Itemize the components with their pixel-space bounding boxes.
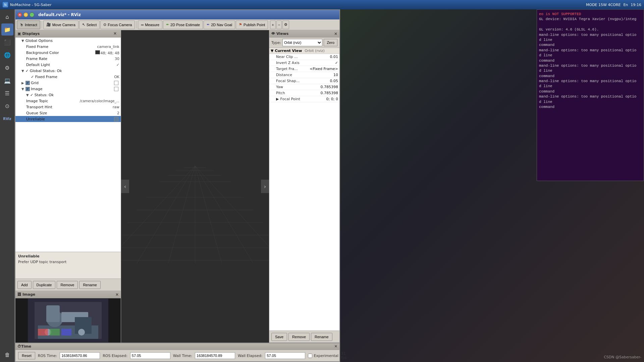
description-text: Prefer UDP topic transport	[18, 260, 118, 264]
nav-goal-button[interactable]: ✒ 2D Nav Goal	[204, 20, 235, 29]
views-remove-button[interactable]: Remove	[288, 333, 310, 341]
image-row[interactable]: ▼ ✓ Image	[15, 86, 121, 92]
svg-point-8	[78, 329, 85, 336]
rviz-toolbar: 🖱 Interact 🎥 Move Camera ↖ Select ⊙ Focu…	[15, 19, 339, 30]
sidebar-icon-bottom[interactable]: 🗑	[1, 349, 13, 361]
view-pitch[interactable]: Pitch 0.785398	[269, 90, 339, 96]
views-zero-button[interactable]: Zero	[324, 39, 337, 46]
views-type-select[interactable]: Orbit (rviz)	[282, 39, 322, 46]
move-camera-button[interactable]: 🎥 Move Camera	[43, 20, 78, 29]
terminal-line-7: command	[539, 43, 642, 48]
pose-estimate-button[interactable]: ✒ 2D Pose Estimate	[163, 20, 203, 29]
focus-camera-button[interactable]: ⊙ Focus Camera	[100, 20, 135, 29]
terminal-line-13: command	[539, 74, 642, 79]
viewport-nav-right[interactable]: ›	[261, 180, 269, 193]
image-panel-icon: 🖼	[17, 292, 21, 297]
reset-button[interactable]: Reset	[18, 352, 35, 359]
image-vis-checkbox[interactable]	[114, 87, 118, 91]
ros-time-input[interactable]	[60, 352, 100, 359]
sidebar-icon-browser[interactable]: 🌐	[1, 49, 13, 61]
global-options-row[interactable]: ▼ Global Options	[15, 38, 121, 44]
time-content: Reset ROS Time: ROS Elapsed: Wall Time: …	[15, 350, 339, 361]
image-panel-header: 🖼 Image ✕	[15, 291, 121, 298]
wall-time-input[interactable]	[195, 352, 235, 359]
close-button[interactable]: ×	[17, 12, 22, 17]
time-close-button[interactable]: ✕	[334, 344, 337, 349]
wall-elapsed-input[interactable]	[265, 352, 305, 359]
rviz-titlebar: × − □ default.rviz* - RViz	[15, 10, 339, 19]
view-focal-point[interactable]: ▶Focal Point 0; 0; 0	[269, 96, 339, 102]
displays-close-button[interactable]: ✕	[111, 30, 119, 38]
unreliable-row[interactable]: Unreliable	[15, 116, 121, 122]
toolbar-extra-2[interactable]: −	[276, 20, 282, 29]
minimize-button[interactable]: −	[23, 12, 28, 17]
gs-fixed-frame-row[interactable]: ✓ Fixed Frame OK	[15, 74, 121, 80]
rename-button[interactable]: Rename	[79, 281, 101, 289]
view-invert-z[interactable]: Invert Z Axis ✓	[269, 60, 339, 66]
terminal-line-3	[539, 22, 642, 27]
view-near-clip[interactable]: Near Clip ... 0.01	[269, 54, 339, 60]
sidebar-icon-rviz[interactable]: RViz	[1, 113, 13, 125]
view-distance[interactable]: Distance 10	[269, 72, 339, 78]
grid-checkbox[interactable]: ✓	[25, 81, 30, 85]
terminal-line-12: d line	[539, 68, 642, 73]
image-panel-close[interactable]: ✕	[115, 292, 119, 297]
viewport-nav-left[interactable]: ‹	[121, 180, 129, 193]
img-status-row[interactable]: ▼ ✓ Status: Ok	[15, 92, 121, 98]
interact-button[interactable]: 🖱 Interact	[17, 20, 40, 29]
transport-hint-row[interactable]: Transport Hint raw	[15, 104, 121, 110]
views-rename-button[interactable]: Rename	[311, 333, 332, 341]
queue-size-row[interactable]: Queue Size 2	[15, 110, 121, 116]
fixed-frame-row[interactable]: Fixed Frame camera_link	[15, 44, 121, 50]
global-status-row[interactable]: ▼ ✓ Global Status: Ok	[15, 68, 121, 74]
terminal-line-16: command	[539, 89, 642, 94]
experimental-label: Experimental	[314, 354, 338, 358]
terminal-window: eo is NOT SUPPORTED GL device: NVIDIA Te…	[537, 9, 644, 181]
experimental-checkbox[interactable]	[308, 354, 312, 358]
view-yaw[interactable]: Yaw 0.785398	[269, 84, 339, 90]
measure-button[interactable]: ═ Measure	[138, 20, 162, 29]
sidebar-icon-terminal[interactable]: ⬛	[1, 36, 13, 48]
3d-viewport[interactable]: ‹ ›	[121, 30, 269, 343]
image-checkbox[interactable]: ✓	[25, 87, 30, 91]
maximize-button[interactable]: □	[30, 12, 34, 17]
grid-row[interactable]: ▶ ✓ Grid	[15, 80, 121, 86]
move-camera-icon: 🎥	[46, 22, 51, 27]
views-panel: 👁 Views ✕ Type: Orbit (rviz) Zero ▼ Curr…	[269, 30, 339, 343]
select-button[interactable]: ↖ Select	[79, 20, 100, 29]
ros-elapsed-input[interactable]	[130, 352, 170, 359]
os-topbar-right: MODE 15W 4CORE En 19:16	[586, 3, 641, 7]
sidebar-icon-settings[interactable]: ⚙	[1, 62, 13, 74]
grid-vis-checkbox[interactable]	[114, 81, 118, 85]
remove-button[interactable]: Remove	[57, 281, 78, 289]
views-close-button[interactable]: ✕	[334, 32, 337, 36]
measure-icon: ═	[141, 23, 144, 27]
sidebar-icon-home[interactable]: ⌂	[1, 11, 13, 23]
publish-point-button[interactable]: ⚑ Publish Point	[236, 20, 268, 29]
views-save-button[interactable]: Save	[271, 333, 287, 341]
clock: 19:16	[631, 3, 641, 7]
toolbar-extra-3[interactable]: ⚙	[282, 20, 289, 29]
displays-title: Displays	[22, 32, 40, 36]
toolbar-separator-2	[136, 21, 137, 28]
frame-rate-row[interactable]: Frame Rate 30	[15, 56, 121, 62]
terminal-line-1: eo is NOT SUPPORTED	[539, 12, 642, 17]
add-button[interactable]: Add	[17, 281, 32, 289]
time-panel-header: ⏱ Time ✕	[15, 343, 339, 350]
rviz-main-content: ▣ Displays ✕ ▼ Global Options Fixed Fram…	[15, 30, 339, 343]
default-light-row[interactable]: Default Light ✓	[15, 62, 121, 68]
unreliable-checkbox[interactable]	[114, 117, 118, 121]
toolbar-extra-1[interactable]: +	[270, 20, 275, 29]
bg-color-row[interactable]: Background Color 48; 48; 48	[15, 50, 121, 56]
img-topic-row[interactable]: Image Topic /camera/color/image_...	[15, 98, 121, 104]
sidebar-icon-pc[interactable]: 💻	[1, 74, 13, 86]
view-focal-shape[interactable]: Focal Shap... 0.05	[269, 78, 339, 84]
duplicate-button[interactable]: Duplicate	[33, 281, 56, 289]
cpu-mode: MODE 15W 4CORE	[586, 3, 621, 7]
terminal-line-14: mand-line options: too many positional o…	[539, 79, 642, 84]
sidebar-icon-files[interactable]: 📁	[1, 23, 13, 36]
sidebar-icon-list[interactable]: ☰	[1, 87, 13, 99]
terminal-line-17: mand-line options: too many positional o…	[539, 94, 642, 99]
sidebar-icon-circle[interactable]: ⊙	[1, 100, 13, 112]
view-target-frame[interactable]: Target Fra... <Fixed Frame>	[269, 66, 339, 72]
